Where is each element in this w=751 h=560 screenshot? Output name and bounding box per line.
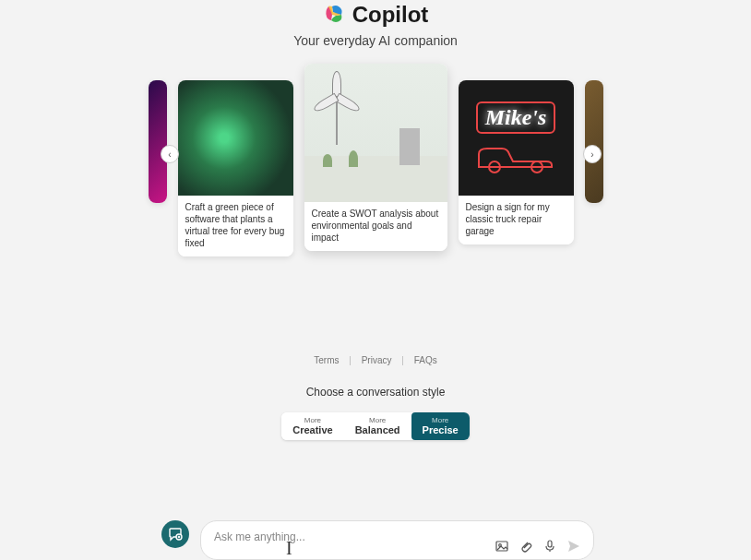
chat-input-area — [161, 520, 594, 560]
card-image — [585, 80, 603, 203]
style-creative-button[interactable]: More Creative — [281, 412, 343, 440]
style-precise-button[interactable]: More Precise — [411, 412, 470, 440]
image-search-icon[interactable] — [495, 540, 508, 555]
send-icon[interactable] — [567, 540, 580, 555]
chat-icon — [168, 527, 183, 542]
carousel-next-button[interactable]: › — [583, 145, 602, 163]
new-chat-button[interactable] — [161, 520, 189, 548]
svg-rect-5 — [548, 541, 552, 547]
card-caption: Design a sign for my classic truck repai… — [459, 196, 574, 244]
style-button-group: More Creative More Balanced More Precise — [281, 412, 470, 440]
app-title: Copilot — [352, 2, 429, 28]
carousel-prev-button[interactable]: ‹ — [161, 145, 179, 163]
neon-sign-text: Mike's — [476, 101, 556, 134]
card-image — [178, 80, 293, 196]
card-list: Craft a green piece of software that pla… — [149, 80, 603, 246]
card-caption: Create a SWOT analysis about environment… — [304, 202, 447, 251]
input-toolbar — [495, 540, 580, 555]
suggestion-card-active[interactable]: Create a SWOT analysis about environment… — [304, 64, 447, 251]
footer-links: Terms | Privacy | FAQs — [0, 355, 751, 365]
card-image: Mike's — [459, 80, 574, 196]
card-image — [149, 80, 167, 203]
style-balanced-button[interactable]: More Balanced — [344, 412, 411, 440]
attach-icon[interactable] — [519, 540, 532, 555]
chat-input-box[interactable] — [200, 520, 594, 560]
suggestion-card[interactable] — [585, 80, 603, 203]
copilot-logo-icon — [323, 4, 345, 26]
suggestion-card[interactable]: Mike's Design a sign for my classic truc… — [459, 80, 574, 244]
card-image — [304, 64, 447, 202]
logo: Copilot — [323, 2, 429, 28]
link-faqs[interactable]: FAQs — [411, 355, 441, 365]
header: Copilot Your everyday AI companion — [0, 0, 751, 48]
style-title: Choose a conversation style — [0, 386, 751, 399]
suggestion-carousel: ‹ › Craft a green piece of software that… — [0, 80, 751, 246]
link-privacy[interactable]: Privacy — [358, 355, 396, 365]
suggestion-card[interactable] — [149, 80, 167, 203]
mic-icon[interactable] — [543, 540, 556, 555]
app-subtitle: Your everyday AI companion — [293, 33, 458, 48]
link-terms[interactable]: Terms — [310, 355, 342, 365]
conversation-style-section: Choose a conversation style More Creativ… — [0, 386, 751, 440]
chevron-right-icon: › — [590, 149, 593, 160]
suggestion-card[interactable]: Craft a green piece of software that pla… — [178, 80, 293, 256]
truck-icon — [474, 137, 557, 174]
card-caption: Craft a green piece of software that pla… — [178, 196, 293, 256]
chevron-left-icon: ‹ — [168, 149, 171, 160]
